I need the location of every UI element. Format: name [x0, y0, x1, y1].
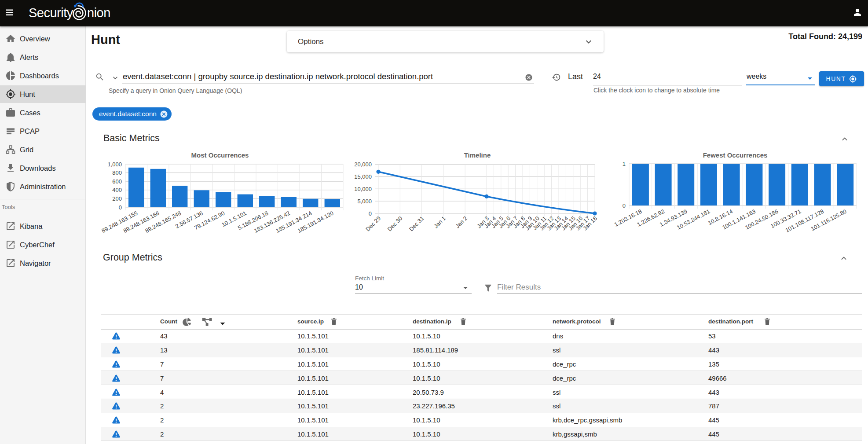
svg-text:1: 1: [623, 161, 626, 167]
svg-text:Jan 1: Jan 1: [432, 215, 447, 230]
svg-text:400: 400: [112, 187, 122, 193]
svg-text:Timeline: Timeline: [464, 151, 491, 159]
svg-text:0: 0: [623, 202, 626, 209]
svg-text:1,000: 1,000: [107, 161, 122, 168]
svg-text:Dec 30: Dec 30: [386, 215, 404, 233]
svg-text:Dec 31: Dec 31: [408, 215, 425, 233]
svg-text:600: 600: [112, 178, 122, 185]
svg-text:10,000: 10,000: [354, 186, 372, 192]
svg-text:5,000: 5,000: [357, 198, 372, 205]
svg-text:Jan 2: Jan 2: [454, 215, 469, 230]
svg-text:101.108.117.128: 101.108.117.128: [784, 208, 825, 234]
svg-text:800: 800: [112, 169, 122, 176]
svg-text:20,000: 20,000: [354, 161, 372, 168]
svg-text:Fewest Occurrences: Fewest Occurrences: [703, 151, 768, 159]
svg-text:Dec 29: Dec 29: [364, 215, 382, 233]
svg-text:200: 200: [112, 195, 122, 202]
svg-text:0: 0: [119, 204, 122, 211]
svg-text:89.248.163.155: 89.248.163.155: [100, 209, 139, 234]
svg-text:15,000: 15,000: [354, 173, 372, 180]
svg-text:Most Occurrences: Most Occurrences: [191, 151, 249, 159]
svg-text:0: 0: [369, 210, 372, 217]
